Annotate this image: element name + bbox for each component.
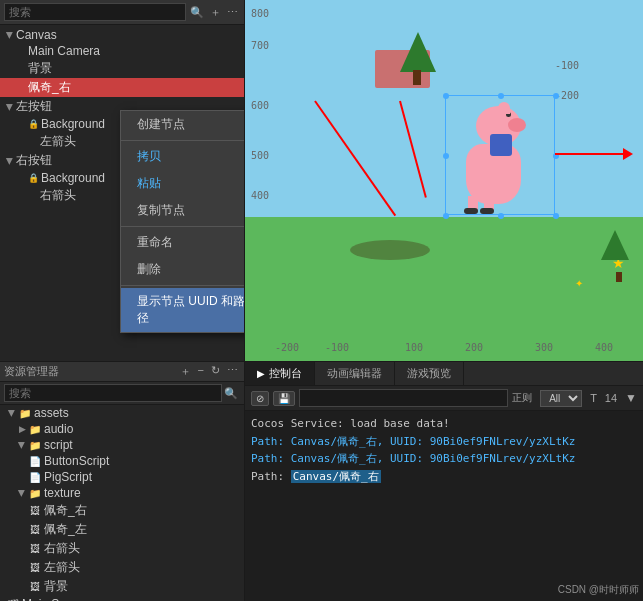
handle-bl[interactable] (443, 213, 449, 219)
axis-label: 800 (251, 8, 269, 19)
asset-item-script[interactable]: ▶ 📁 script (0, 437, 244, 453)
selection-box (445, 95, 555, 215)
tree-item-peppa-right[interactable]: 佩奇_右 (0, 78, 244, 97)
assets-remove-icon[interactable]: − (196, 364, 206, 379)
folder-arrow: ▶ (16, 424, 28, 434)
arrow-icon: ▶ (5, 155, 15, 167)
asset-item-left-arrow[interactable]: 🖼 左箭头 (0, 558, 244, 577)
asset-item-peppa-right[interactable]: 🖼 佩奇_右 (0, 501, 244, 520)
tree-item-bg[interactable]: 背景 (0, 59, 244, 78)
add-icon[interactable]: ＋ (208, 5, 223, 20)
x-label: -100 (325, 342, 349, 353)
context-delete[interactable]: 删除 (121, 256, 244, 283)
search-icon[interactable]: 🔍 (188, 6, 206, 19)
diagonal-arrow-2 (399, 101, 427, 198)
console-tab-icon: ▶ (257, 368, 265, 379)
console-body: Cocos Service: load base data! Path: Can… (245, 411, 643, 601)
axis-label: 500 (251, 150, 269, 161)
lock-icon: 🔒 (28, 119, 39, 129)
diagonal-arrow-1 (314, 100, 396, 216)
asset-item-texture[interactable]: ▶ 📁 texture (0, 485, 244, 501)
arrow-icon: ▶ (5, 101, 15, 113)
axis-label: 700 (251, 40, 269, 51)
context-show-uuid[interactable]: 显示节点 UUID 和路径 (121, 288, 244, 332)
console-clear-btn[interactable]: ⊘ (251, 391, 269, 406)
js-file-icon: 📄 (28, 470, 42, 484)
folder-icon: 📁 (28, 438, 42, 452)
tab-animation[interactable]: 动画编辑器 (315, 362, 395, 385)
hierarchy-tree: ▶ Canvas Main Camera 背景 佩奇_右 ▶ 左按 (0, 25, 244, 361)
separator (121, 140, 244, 141)
handle-ml[interactable] (443, 153, 449, 159)
asset-item-main-scene[interactable]: 🎬 Main Scene (0, 596, 244, 601)
context-paste[interactable]: 粘贴 (121, 170, 244, 197)
console-filter-input[interactable] (299, 389, 508, 407)
tab-console[interactable]: ▶ 控制台 (245, 362, 315, 385)
context-create-node[interactable]: 创建节点 ▶ (121, 111, 244, 138)
hierarchy-search-input[interactable] (4, 3, 186, 21)
search-icon[interactable]: 🔍 (222, 387, 240, 400)
context-copy[interactable]: 拷贝 (121, 143, 244, 170)
tab-preview-label: 游戏预览 (407, 366, 451, 381)
tree-trunk-right (616, 272, 622, 282)
tree-right (601, 230, 629, 260)
handle-br[interactable] (553, 213, 559, 219)
context-duplicate[interactable]: 复制节点 (121, 197, 244, 224)
path-highlight: Canvas/佩奇_右 (291, 470, 381, 483)
console-all-select[interactable]: All (540, 390, 582, 407)
image-icon: 🖼 (28, 561, 42, 575)
handle-bm[interactable] (498, 213, 504, 219)
assets-add-icon[interactable]: ＋ (178, 364, 193, 379)
console-line-1: Cocos Service: load base data! (251, 415, 637, 433)
axis-label: 400 (251, 190, 269, 201)
bottom-area: 资源管理器 ＋ − ↻ ⋯ 🔍 ▶ 📁 assets ▶ 📁 (0, 361, 643, 601)
num-label: 14 (605, 392, 617, 404)
handle-tr[interactable] (553, 93, 559, 99)
tree-item-maincamera[interactable]: Main Camera (0, 43, 244, 59)
assets-search-input[interactable] (4, 384, 222, 402)
asset-item-assets[interactable]: ▶ 📁 assets (0, 405, 244, 421)
console-normal-label: 正则 (512, 391, 532, 405)
asset-item-bg[interactable]: 🖼 背景 (0, 577, 244, 596)
x-label: -200 (275, 342, 299, 353)
more-icon[interactable]: ⋯ (225, 6, 240, 19)
t-icon: ▼ (625, 391, 637, 405)
assets-label: 资源管理器 (4, 364, 59, 379)
tree-item-canvas[interactable]: ▶ Canvas (0, 27, 244, 43)
assets-more-icon[interactable]: ⋯ (225, 364, 240, 379)
x-label: 100 (405, 342, 423, 353)
folder-arrow: ▶ (7, 407, 17, 419)
tree-top (400, 32, 436, 72)
axis-label: -100 (555, 60, 579, 71)
asset-item-peppa-left[interactable]: 🖼 佩奇_左 (0, 520, 244, 539)
assets-toolbar: 资源管理器 ＋ − ↻ ⋯ (0, 362, 244, 382)
assets-refresh-icon[interactable]: ↻ (209, 364, 222, 379)
assets-panel: 资源管理器 ＋ − ↻ ⋯ 🔍 ▶ 📁 assets ▶ 📁 (0, 362, 245, 601)
folder-icon: 📁 (28, 486, 42, 500)
separator (121, 226, 244, 227)
tree-trunk (413, 70, 421, 85)
handle-tl[interactable] (443, 93, 449, 99)
tab-console-label: 控制台 (269, 366, 302, 381)
image-icon: 🖼 (28, 580, 42, 594)
asset-item-audio[interactable]: ▶ 📁 audio (0, 421, 244, 437)
handle-tm[interactable] (498, 93, 504, 99)
console-line-4: Path: Canvas/佩奇_右 (251, 468, 637, 486)
asset-item-right-arrow[interactable]: 🖼 右箭头 (0, 539, 244, 558)
console-save-btn[interactable]: 💾 (273, 391, 295, 406)
context-rename[interactable]: 重命名 (121, 229, 244, 256)
console-line-3: Path: Canvas/佩奇_右, UUID: 90Bi0ef9FNLrev/… (251, 450, 637, 468)
x-label: 200 (465, 342, 483, 353)
asset-item-buttonscript[interactable]: 📄 ButtonScript (0, 453, 244, 469)
context-menu: 创建节点 ▶ 拷贝 粘贴 复制节点 重命名 删除 (120, 110, 244, 333)
asset-item-pigscript[interactable]: 📄 PigScript (0, 469, 244, 485)
scene-panel: 800 700 600 500 400 -200 -100 100 200 30… (245, 0, 643, 361)
tab-preview[interactable]: 游戏预览 (395, 362, 464, 385)
lock-icon: 🔒 (28, 173, 39, 183)
console-toolbar: ⊘ 💾 正则 All T 14 ▼ (245, 386, 643, 411)
star-small: ✦ (575, 278, 583, 289)
image-icon: 🖼 (28, 523, 42, 537)
axis-label: 600 (251, 100, 269, 111)
scene-view[interactable]: 800 700 600 500 400 -200 -100 100 200 30… (245, 0, 643, 361)
arrow-icon: ▶ (5, 29, 15, 41)
